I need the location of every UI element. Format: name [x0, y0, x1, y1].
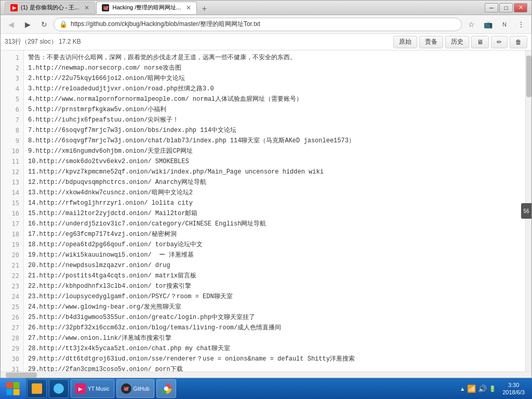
blame-button[interactable]: 责备: [419, 36, 443, 48]
code-line: 3.http://reloadedudjtjvxr.onion/road.php…: [28, 84, 521, 94]
line-number: 15: [1, 198, 23, 208]
code-line: 15.http://mail2tor2zyjdctd.onion/ Mail2t…: [28, 208, 521, 219]
code-line: 14.http://rfwtogljhrrzyrl.onion/ lolita …: [28, 198, 521, 208]
line-number: 2: [1, 63, 23, 73]
bookmark-button[interactable]: ☆: [464, 17, 478, 32]
line-number: 14: [1, 188, 23, 198]
address-bar[interactable]: 🔒 https://github.com/ckjbug/Hacking/blob…: [54, 18, 462, 31]
line-number: 5: [1, 94, 23, 104]
tab-youtube-close[interactable]: ✕: [84, 4, 89, 11]
code-line: 8.http://6soqvgf7mrjc7w3j.onion/chat/bla…: [28, 136, 521, 146]
line-number: 20: [1, 250, 23, 260]
code-line: 21.http://postits4tga4cqts.onion/ matrix…: [28, 271, 521, 281]
refresh-button[interactable]: ↻: [37, 17, 51, 32]
code-line: 4.http://www.normalpornfornormalpeople.c…: [28, 94, 521, 104]
code-line: 25.http://b4d3igwmoo5355ur.onion/greatc/…: [28, 312, 521, 323]
horizontal-scrollbar[interactable]: [1, 371, 531, 378]
tab-youtube[interactable]: ▶ (1) 是你偷我的心 - 王... ✕: [5, 2, 95, 14]
h-scroll-thumb[interactable]: [6, 373, 37, 378]
windows-logo-icon: [6, 381, 20, 396]
tab-github-close[interactable]: ✕: [186, 4, 191, 11]
code-line: 16.http://underdj5ziov3ic7.onion/categor…: [28, 219, 521, 229]
line-number: 29: [1, 343, 23, 354]
taskbar-item-files[interactable]: [27, 379, 47, 398]
weather-icon: [54, 383, 64, 394]
line-number: 12: [1, 167, 23, 177]
scroll-thumb[interactable]: [526, 56, 531, 97]
line-number: 21: [1, 260, 23, 271]
title-bar: ▶ (1) 是你偷我的心 - 王... ✕ 🐙 Hacking /整理的暗网网址…: [1, 1, 531, 15]
taskbar-item-github[interactable]: 🐙 GitHub: [116, 379, 154, 398]
edit-button[interactable]: ✏: [491, 36, 508, 48]
line-number: 27: [1, 323, 23, 333]
code-line: 28.http://tt3j2x4k5ycaa5zt.onion/chat.ph…: [28, 343, 521, 354]
code-line: 6.http://iuhcjx6fpeafstuu.onion/尖叫猴子！: [28, 115, 521, 125]
cast-button[interactable]: 📺: [481, 17, 495, 32]
code-line: 29.http://dtt6tdtgroj63iud.onion/sse/ren…: [28, 354, 521, 364]
tray-power-icon[interactable]: 🔋: [489, 385, 496, 392]
file-info-text: 313行（297 sloc） 17.2 KB: [5, 37, 391, 46]
code-line: 9.http://xmi6ngumdv6ohjbm.onion/天堂庄园CP网址: [28, 146, 521, 156]
taskbar-item-github-label: GitHub: [134, 386, 150, 392]
line-numbers: 1234567891011121314151617181920212223242…: [1, 50, 24, 371]
maximize-button[interactable]: □: [499, 3, 513, 12]
system-tray: ▲ 📶 🔊 🔋: [460, 384, 496, 393]
history-button[interactable]: 历史: [445, 36, 469, 48]
window-controls: ─ □ ✕: [485, 3, 527, 12]
code-line: 7.http://6soqvgf7mrjc7w3j.onion/bbs/inde…: [28, 125, 521, 136]
tab-github[interactable]: 🐙 Hacking /整理的暗网网址... ✕: [96, 2, 197, 14]
line-number: 1: [1, 52, 23, 63]
svg-rect-2: [6, 389, 12, 395]
delete-button[interactable]: 🗑: [510, 36, 527, 48]
code-line: 19.http://wiki5kauuinowqi5.onion/ ー 洋葱维基: [28, 250, 521, 260]
raw-button[interactable]: 原始: [393, 36, 417, 48]
taskbar-item-weather[interactable]: [49, 379, 69, 398]
line-number: 18: [1, 229, 23, 240]
tab-youtube-favicon: ▶: [10, 4, 18, 11]
code-body[interactable]: 警告：不要去访问什么暗网，深网，跟着觉的步伐走才是王道，远离一些不健康，不安全的…: [24, 50, 525, 371]
tray-network-icon[interactable]: 📶: [467, 384, 476, 393]
taskbar-item-youtube-label: YT Music: [88, 386, 110, 392]
code-line: 24.http://www.glowing-bear.org/发光熊聊天室: [28, 302, 521, 312]
start-button[interactable]: [0, 378, 26, 399]
tray-volume-icon[interactable]: 🔊: [478, 384, 487, 393]
code-line: 20.http://newpdsuslmzqazvr.onion/ drug: [28, 260, 521, 271]
secure-icon: 🔒: [59, 20, 68, 29]
line-number: 31: [1, 364, 23, 371]
line-number: 6: [1, 104, 23, 115]
line-number: 24: [1, 291, 23, 302]
desktop-button[interactable]: 🖥: [471, 36, 489, 48]
taskbar-item-media[interactable]: ▶ YT Music: [71, 379, 114, 398]
tab-github-favicon: 🐙: [102, 4, 109, 11]
line-number: 8: [1, 125, 23, 136]
files-icon: [32, 383, 42, 394]
new-tab-button[interactable]: +: [198, 4, 210, 14]
code-line: 5.http://prnstmrpfkgkaw5v.onion/小福利: [28, 104, 521, 115]
close-button[interactable]: ✕: [514, 3, 527, 12]
menu-button[interactable]: ⋮: [514, 17, 528, 32]
line-number: 13: [1, 177, 23, 188]
taskbar: ▶ YT Music 🐙 GitHub ▲ 📶 🔊 🔋 3:30 2018/6/…: [0, 378, 532, 399]
line-number: 23: [1, 281, 23, 291]
line-number: 30: [1, 354, 23, 364]
minimize-button[interactable]: ─: [485, 3, 498, 12]
back-button[interactable]: ◀: [4, 17, 18, 32]
clock-time: 3:30: [502, 381, 525, 389]
github-taskbar-icon: 🐙: [121, 383, 131, 394]
url-text: https://github.com/ckjbug/Hacking/blob/m…: [71, 20, 456, 29]
system-clock[interactable]: 3:30 2018/6/3: [499, 381, 528, 396]
tray-up-icon[interactable]: ▲: [460, 386, 465, 392]
taskbar-item-chrome[interactable]: [156, 379, 176, 398]
profile-button[interactable]: N: [497, 17, 512, 32]
taskbar-right: ▲ 📶 🔊 🔋 3:30 2018/6/3: [456, 381, 532, 396]
code-line: 18.http://opea6td2pg66qouf.onion/ torbay…: [28, 240, 521, 250]
code-line: 2.http://22u75kqy1666joi2.onion/暗网中文论坛: [28, 73, 521, 84]
code-line: 10.http://smok6do2tvv6ekv2.onion/ SMOKEB…: [28, 156, 521, 167]
code-line: 1.http://newmap.norsecorp.com/ norse攻击图: [28, 63, 521, 73]
code-line: 23.http://loupsycedyglgamf.onion/PSYC/？r…: [28, 291, 521, 302]
code-line: 27.http://www.onion.link/洋葱城市搜索引擎: [28, 333, 521, 343]
line-number: 22: [1, 271, 23, 281]
forward-button[interactable]: ▶: [20, 17, 35, 32]
line-number: 3: [1, 73, 23, 84]
media-icon: ▶: [75, 383, 86, 394]
